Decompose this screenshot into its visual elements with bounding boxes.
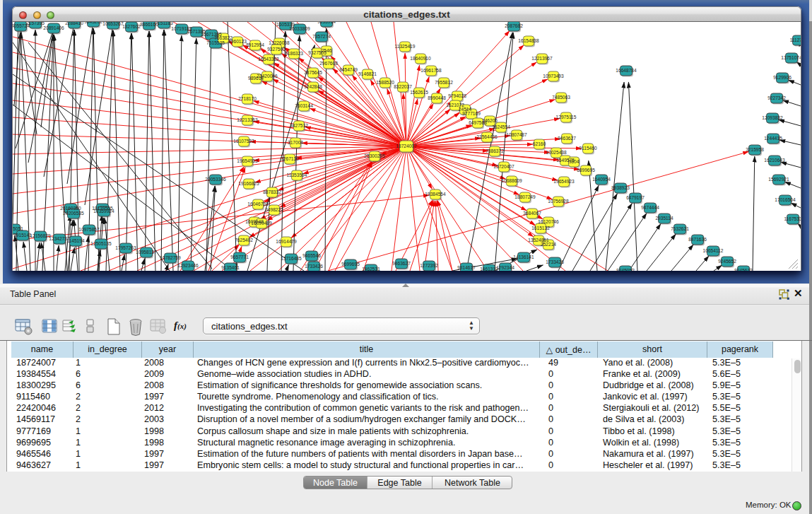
svg-text:12975115: 12975115 xyxy=(556,115,577,119)
svg-text:9465546: 9465546 xyxy=(302,253,321,258)
svg-text:9115460: 9115460 xyxy=(579,146,597,151)
svg-text:3498222: 3498222 xyxy=(265,207,283,212)
svg-text:19654933: 19654933 xyxy=(237,158,258,163)
svg-text:3624554: 3624554 xyxy=(492,124,510,129)
svg-text:8878332: 8878332 xyxy=(263,189,281,194)
svg-text:9463627: 9463627 xyxy=(392,261,411,266)
svg-text:25300295: 25300295 xyxy=(364,153,385,158)
svg-text:9327503: 9327503 xyxy=(267,47,286,52)
svg-text:1272392: 1272392 xyxy=(420,263,438,268)
svg-text:7886372: 7886372 xyxy=(486,148,504,153)
svg-text:3915141: 3915141 xyxy=(13,233,32,238)
svg-text:2157395: 2157395 xyxy=(26,22,45,25)
svg-text:20891406: 20891406 xyxy=(43,25,64,30)
svg-text:317004: 317004 xyxy=(288,140,303,145)
svg-text:2685051: 2685051 xyxy=(13,226,23,231)
svg-text:9135461: 9135461 xyxy=(221,265,240,270)
svg-text:12505135: 12505135 xyxy=(90,241,112,246)
svg-text:16099489: 16099489 xyxy=(251,221,272,226)
svg-text:10756928: 10756928 xyxy=(548,199,569,204)
svg-text:9242848: 9242848 xyxy=(304,84,322,89)
svg-text:1244415: 1244415 xyxy=(764,136,782,141)
svg-text:16046738: 16046738 xyxy=(247,201,269,206)
svg-text:17957263: 17957263 xyxy=(115,245,136,250)
svg-text:19166825: 19166825 xyxy=(238,181,259,186)
svg-text:1640954: 1640954 xyxy=(592,177,611,182)
svg-text:252214: 252214 xyxy=(541,242,556,247)
svg-text:6899695: 6899695 xyxy=(577,168,595,173)
svg-text:1562615: 1562615 xyxy=(410,90,428,95)
svg-text:16961758: 16961758 xyxy=(420,68,442,73)
svg-text:16914479: 16914479 xyxy=(276,239,297,244)
svg-text:7485063: 7485063 xyxy=(552,95,570,100)
svg-text:16648784: 16648784 xyxy=(616,68,637,73)
svg-text:1145194: 1145194 xyxy=(66,238,85,243)
svg-text:9777169: 9777169 xyxy=(462,111,481,116)
svg-text:3215958: 3215958 xyxy=(746,147,764,152)
svg-text:989614: 989614 xyxy=(248,76,264,81)
svg-text:10654112: 10654112 xyxy=(703,248,724,253)
svg-text:26160350: 26160350 xyxy=(60,206,81,211)
svg-text:1112735: 1112735 xyxy=(790,37,801,42)
svg-text:15692921: 15692921 xyxy=(768,177,789,182)
svg-text:11325419: 11325419 xyxy=(395,44,416,49)
svg-text:2718170: 2718170 xyxy=(238,96,257,101)
svg-text:1588520: 1588520 xyxy=(376,80,394,85)
svg-text:1327602: 1327602 xyxy=(122,24,141,29)
svg-text:1615132: 1615132 xyxy=(531,226,550,230)
svg-text:9699695: 9699695 xyxy=(341,262,360,267)
svg-text:62160: 62160 xyxy=(533,141,546,146)
svg-text:8322037: 8322037 xyxy=(394,84,412,89)
svg-text:9245052: 9245052 xyxy=(616,268,635,271)
svg-text:7632621: 7632621 xyxy=(671,226,689,231)
svg-text:8427512: 8427512 xyxy=(290,123,308,128)
svg-text:16033809: 16033809 xyxy=(289,26,310,31)
svg-text:9657771: 9657771 xyxy=(230,255,249,259)
svg-text:16210643: 16210643 xyxy=(764,158,785,163)
svg-text:7151183: 7151183 xyxy=(155,22,173,25)
svg-text:12156829: 12156829 xyxy=(30,233,51,238)
svg-text:9129906: 9129906 xyxy=(773,75,792,80)
svg-text:3267130: 3267130 xyxy=(281,156,299,161)
svg-text:9135914: 9135914 xyxy=(317,22,336,24)
svg-text:13716485: 13716485 xyxy=(281,256,302,261)
svg-text:16154838: 16154838 xyxy=(518,38,539,43)
svg-text:18724007: 18724007 xyxy=(396,144,417,148)
svg-text:13226058: 13226058 xyxy=(269,40,290,45)
svg-text:2288410: 2288410 xyxy=(65,22,83,25)
svg-text:7357274: 7357274 xyxy=(312,34,331,39)
svg-text:3684067: 3684067 xyxy=(523,211,541,216)
svg-text:10973493: 10973493 xyxy=(543,74,564,78)
svg-text:7955812: 7955812 xyxy=(435,80,453,85)
svg-text:11353594: 11353594 xyxy=(287,173,307,177)
svg-text:10025438: 10025438 xyxy=(546,150,567,155)
svg-text:9794028: 9794028 xyxy=(448,93,466,98)
svg-text:9314617: 9314617 xyxy=(457,265,476,270)
svg-text:21564436: 21564436 xyxy=(476,134,498,139)
svg-text:10958137: 10958137 xyxy=(136,250,157,255)
svg-text:19654923: 19654923 xyxy=(553,179,575,184)
svg-text:8938923: 8938923 xyxy=(611,185,630,190)
svg-text:20053346: 20053346 xyxy=(205,177,226,182)
svg-text:1733426: 1733426 xyxy=(305,264,323,269)
svg-text:14136141: 14136141 xyxy=(513,255,534,259)
svg-text:8990448: 8990448 xyxy=(428,95,446,100)
svg-text:2967608: 2967608 xyxy=(319,61,338,66)
svg-text:8471636: 8471636 xyxy=(688,237,707,242)
svg-text:17359924: 17359924 xyxy=(93,209,114,214)
svg-text:2935114: 2935114 xyxy=(655,216,673,221)
svg-text:13751074: 13751074 xyxy=(781,55,801,60)
svg-text:8186323: 8186323 xyxy=(285,51,303,56)
svg-text:20206535: 20206535 xyxy=(63,211,84,216)
svg-text:7515525: 7515525 xyxy=(206,40,225,45)
svg-text:9227342: 9227342 xyxy=(767,95,786,100)
svg-text:1733426: 1733426 xyxy=(546,259,564,264)
svg-text:18807249: 18807249 xyxy=(514,194,536,199)
svg-text:9474444: 9474444 xyxy=(641,205,659,210)
svg-text:10975857: 10975857 xyxy=(78,227,100,232)
svg-text:8960123: 8960123 xyxy=(228,39,247,44)
svg-text:10688609: 10688609 xyxy=(501,178,522,183)
svg-text:12213967: 12213967 xyxy=(531,56,553,61)
svg-text:2546: 2546 xyxy=(322,48,332,53)
svg-text:12213363: 12213363 xyxy=(237,117,258,122)
